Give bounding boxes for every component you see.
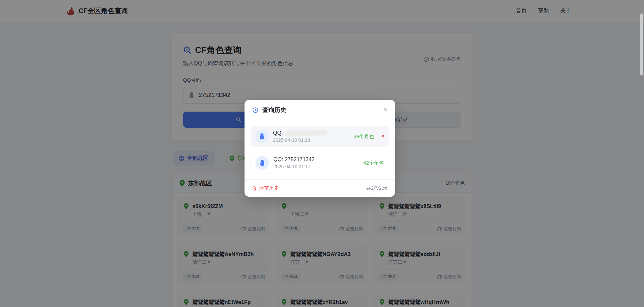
close-icon[interactable]: × xyxy=(383,106,388,114)
history-timestamp: 2025-04-10 01:17 xyxy=(273,164,359,169)
history-qq-label: QQ: xyxy=(273,130,283,136)
avatar xyxy=(256,156,269,170)
query-history-modal: 查询历史 × QQ: 2025-04-10 01:18 39个角色 × xyxy=(245,100,395,197)
avatar xyxy=(255,130,269,143)
scrollbar-thumb[interactable] xyxy=(640,13,643,75)
modal-header: 查询历史 × xyxy=(245,100,395,120)
redacted-qq-number xyxy=(285,129,328,136)
history-timestamp: 2025-04-10 01:18 xyxy=(273,137,349,143)
delete-entry-icon[interactable]: × xyxy=(381,133,384,139)
modal-footer: 清空历史 共2条记录 xyxy=(245,179,395,197)
history-item[interactable]: QQ: 2025-04-10 01:18 39个角色 × xyxy=(251,126,389,147)
total-records-label: 共2条记录 xyxy=(366,185,388,191)
trash-icon xyxy=(252,186,257,191)
modal-title: 查询历史 xyxy=(262,106,286,114)
role-count-badge: 42个角色 xyxy=(363,160,384,166)
history-qq-label: QQ: 2752171342 xyxy=(273,157,359,163)
history-list: QQ: 2025-04-10 01:18 39个角色 × QQ: 2752171… xyxy=(245,120,395,179)
role-count-badge: 39个角色 xyxy=(354,133,374,140)
clear-history-label: 清空历史 xyxy=(259,185,279,191)
history-item[interactable]: QQ: 2752171342 2025-04-10 01:17 42个角色 xyxy=(251,152,389,174)
clear-history-button[interactable]: 清空历史 xyxy=(252,185,279,191)
history-clock-icon xyxy=(252,107,259,114)
